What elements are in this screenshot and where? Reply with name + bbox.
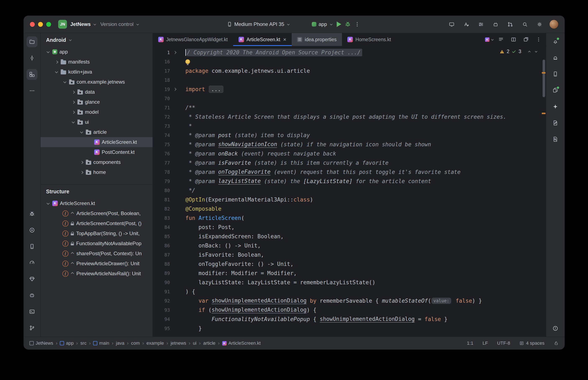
editor-tab[interactable]: idea.properties [292,33,342,46]
device-mirroring-icon[interactable] [447,20,456,29]
toolbar-settings-icon[interactable] [476,20,486,29]
project-panel-header[interactable]: Android [41,33,153,47]
project-tree-item[interactable]: model [41,107,153,117]
gradle-icon[interactable] [550,52,561,63]
search-everywhere-icon[interactable] [520,20,529,29]
run-config-selector[interactable]: app [312,21,333,27]
chevron-up-icon[interactable] [527,49,532,54]
structure-tree-item[interactable]: fArticleScreen(Post, Boolean, [41,209,153,218]
project-tree-item[interactable]: app [41,47,153,57]
file-encoding[interactable]: UTF-8 [497,341,510,346]
gemini-icon[interactable] [550,101,561,112]
breadcrumb-item[interactable]: example [146,341,164,346]
warning-stripe-mark[interactable] [542,113,546,114]
running-devices-icon[interactable] [27,290,38,301]
project-tree-item[interactable]: data [41,87,153,97]
project-tree-item[interactable]: ui [41,117,153,127]
structure-icon[interactable] [27,69,38,80]
structure-tree-item[interactable]: fPreviewArticleNavRail(): Unit [41,269,153,279]
commit-icon[interactable] [27,53,38,64]
breadcrumb-item[interactable]: KArticleScreen.kt [222,341,261,346]
chevron-down-icon[interactable] [63,80,67,84]
inspections-widget[interactable]: 2 3 [498,48,540,55]
ide-settings-icon[interactable] [535,20,544,29]
project-tree-item[interactable]: KArticleScreen.kt [41,137,153,147]
breadcrumb-item[interactable]: app [60,341,74,346]
problems-icon[interactable] [550,323,561,334]
project-widget[interactable]: JetNews [70,21,97,27]
plugins-icon[interactable] [491,20,500,29]
profiler-icon[interactable] [27,225,38,236]
device-manager-icon[interactable] [550,69,561,79]
chevron-down-icon[interactable] [46,201,50,206]
structure-tree-item[interactable]: KArticleScreen.kt [41,198,153,209]
chevron-right-icon[interactable] [71,90,75,94]
fold-arrow-icon[interactable] [173,51,177,54]
more-tool-windows-icon[interactable] [27,85,38,96]
project-tree-item[interactable]: kotlin+java [41,67,153,77]
breadcrumb-item[interactable]: JetNews [29,341,53,346]
readonly-toggle[interactable] [554,341,559,346]
logcat-icon[interactable] [27,209,38,219]
chevron-right-icon[interactable] [54,60,59,64]
caret-position[interactable]: 1:1 [467,341,473,346]
editor[interactable]: 1/ Copyright 2020 The Android Open Sourc… [153,46,546,337]
chevron-down-icon[interactable] [54,70,59,74]
chevron-right-icon[interactable] [71,100,75,104]
project-tree-item[interactable]: components [41,157,153,167]
chevron-down-icon[interactable] [46,50,50,54]
spellcheck-actions-icon[interactable] [462,20,471,29]
resource-manager-icon[interactable] [550,85,561,96]
vcs-widget[interactable]: Version control [100,21,140,27]
tabs-list-icon[interactable] [497,35,505,44]
hidden-tabs-dropdown[interactable]: K [483,33,497,46]
project-tree-item[interactable]: KPostContent.kt [41,147,153,157]
project-tree-item[interactable]: glance [41,97,153,107]
breadcrumb-item[interactable]: com [131,341,140,346]
project-tree-item[interactable]: manifests [41,57,153,67]
structure-tree-item[interactable]: fsharePost(Post, Context): Un [41,248,153,259]
structure-tree-item[interactable]: fPreviewArticleDrawer(): Unit [41,259,153,269]
editor-scrollbar[interactable] [543,59,545,97]
editor-tab[interactable]: KHomeScreens.kt [342,33,396,46]
user-avatar[interactable] [549,20,558,29]
ai-edits-icon[interactable] [550,117,561,128]
close-window-button[interactable] [30,22,35,27]
pull-requests-icon[interactable] [506,20,515,29]
minimize-window-button[interactable] [38,22,43,27]
project-tree-item[interactable]: com.example.jetnews [41,77,153,87]
breadcrumb-item[interactable]: src [80,341,86,346]
breadcrumb-item[interactable]: ui [193,341,197,346]
structure-tree-item[interactable]: fFunctionalityNotAvailablePop [41,239,153,248]
breadcrumb-item[interactable]: java [116,341,124,346]
editor-tab[interactable]: KArticleScreen.kt× [233,33,292,46]
terminal-icon[interactable] [27,306,38,317]
chevron-right-icon[interactable] [80,170,84,174]
zoom-window-button[interactable] [46,22,51,27]
editor-tab[interactable]: KJetnewsGlanceAppWidget.kt [153,33,233,46]
notifications-icon[interactable] [550,36,561,47]
breadcrumb-item[interactable]: article [203,341,216,346]
close-tab-icon[interactable]: × [283,37,286,42]
warning-stripe-mark[interactable] [542,72,546,74]
device-selector[interactable]: Medium Phone API 35 [227,21,291,27]
chevron-right-icon[interactable] [80,160,84,164]
structure-tree-item[interactable]: fArticleScreenContent(Post, () [41,218,153,228]
structure-panel-header[interactable]: Structure [41,185,153,198]
structure-tree-item[interactable]: fTopAppBar(String, () -> Unit, [41,228,153,239]
run-button[interactable] [337,21,341,27]
app-quality-insights-icon[interactable] [27,274,38,285]
indent-widget[interactable]: 4 spaces [519,341,545,346]
version-control-icon[interactable] [27,323,38,333]
project-tree-item[interactable]: home [41,167,153,177]
find-icon[interactable] [550,134,561,145]
detach-editor-icon[interactable] [522,35,530,44]
chevron-down-icon[interactable] [80,130,84,134]
more-actions-kebab[interactable] [354,21,360,27]
fold-arrow-icon[interactable] [173,88,177,91]
chevron-down-icon[interactable] [71,120,75,124]
device-explorer-icon[interactable] [27,241,38,252]
line-separator[interactable]: LF [483,341,488,346]
editor-options-icon[interactable] [534,35,543,44]
intention-bulb-icon[interactable] [185,59,190,64]
